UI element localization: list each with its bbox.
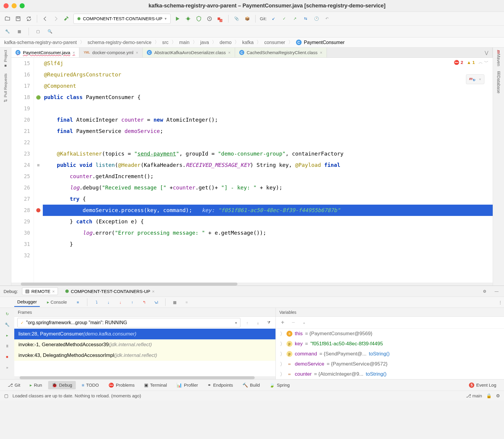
step-out-icon[interactable]: ↑ <box>128 298 136 306</box>
open-icon[interactable] <box>4 15 11 23</box>
more-icon[interactable]: » <box>3 363 11 371</box>
stack-frame[interactable]: listen:28, PaymentConsumer (demo.kafka.c… <box>14 329 275 339</box>
run-to-cursor-icon[interactable]: ↘I <box>152 298 160 306</box>
step-over-icon[interactable]: ⤵ <box>93 298 100 306</box>
rerun-icon[interactable]: ↻ <box>3 310 11 318</box>
wrench-icon[interactable]: 🔧 <box>4 28 11 35</box>
close-icon[interactable]: × <box>320 50 322 55</box>
crumb[interactable]: consumer <box>264 40 285 45</box>
quick-list-icon[interactable]: ▢ <box>4 393 8 399</box>
save-icon[interactable] <box>14 15 22 23</box>
todo-tab[interactable]: ≡TODO <box>78 381 103 389</box>
force-step-into-icon[interactable]: ↓ <box>116 298 124 306</box>
new-watch-icon[interactable]: + <box>279 319 286 327</box>
editor-tab[interactable]: YMLdocker-compose.yml× <box>79 48 143 57</box>
crumb[interactable]: schema-registry-demo-service <box>88 40 152 45</box>
build-tab[interactable]: 🔨Build <box>239 381 263 389</box>
modify-icon[interactable]: 🔧 <box>3 320 11 329</box>
drop-frame-icon[interactable]: ↰ <box>140 298 148 306</box>
more-icon[interactable]: ⋮ <box>496 298 504 306</box>
crumb[interactable]: demo <box>220 40 231 45</box>
close-icon[interactable]: × <box>136 50 138 55</box>
editor-tab[interactable]: CAbstractKafkaAvroDeserializer.class× <box>143 48 235 57</box>
crumb[interactable]: PaymentConsumer <box>304 40 345 45</box>
step-into-icon[interactable]: ↓ <box>105 298 112 306</box>
resume-icon[interactable]: ▸ <box>3 331 11 339</box>
forward-icon[interactable] <box>52 15 60 23</box>
stop-icon[interactable]: 2 <box>216 15 224 23</box>
close-icon[interactable]: × <box>228 50 231 55</box>
threads-icon[interactable]: ≡ <box>74 298 82 306</box>
editor-tab[interactable]: CPaymentConsumer.java× <box>11 48 79 57</box>
undo-icon[interactable]: ↶ <box>323 15 331 23</box>
history-icon[interactable]: 🕐 <box>313 15 320 23</box>
indent-icon[interactable]: ⚙ <box>496 393 500 399</box>
debug-session-tab[interactable]: ⬢COMPONENT-TEST-CONTAINERS-UP× <box>62 288 158 295</box>
pause-icon[interactable]: ⏸ <box>3 342 11 350</box>
prev-frame-icon[interactable]: ↑ <box>243 319 251 327</box>
attach-icon[interactable]: 📎 <box>233 15 240 23</box>
run-tab[interactable]: ▸Run <box>26 381 46 389</box>
git-tab[interactable]: ⎇Git <box>4 381 24 389</box>
git-push-icon[interactable]: ↗ <box>291 15 299 23</box>
run-icon[interactable] <box>174 15 181 23</box>
thread-selector[interactable]: ✓ "org.springframework...group "main": R… <box>17 318 240 327</box>
breakpoint-icon[interactable] <box>34 205 43 216</box>
debug-session-tab[interactable]: ▤REMOTE× <box>22 287 58 295</box>
crumb[interactable]: main <box>179 40 190 45</box>
trace-icon[interactable]: ≡ <box>183 298 190 306</box>
up-icon[interactable]: ▴ <box>300 319 308 327</box>
editor-tab[interactable]: CCachedSchemaRegistryClient.class× <box>235 48 327 57</box>
debug-icon[interactable] <box>184 15 192 23</box>
git-branch[interactable]: ⎇ main <box>466 393 482 399</box>
crumb[interactable]: java <box>200 40 209 45</box>
variable-row[interactable]: 〉∞counter = {AtomicInteger@9... toString… <box>276 369 504 379</box>
inspection-badge[interactable]: ⛔ 2 ▲ 1 ︿ ﹀ <box>454 59 489 65</box>
tab-overflow[interactable]: ⋁ <box>481 48 493 57</box>
profiler-tab[interactable]: 📊Profiler <box>173 381 202 389</box>
crumb[interactable]: src <box>162 40 168 45</box>
variable-row[interactable]: 〉∞demoService = {PaymentService@9572} <box>276 359 504 369</box>
stack-frame[interactable]: invoke:43, DelegatingMethodAccessorImpl … <box>14 350 275 361</box>
endpoints-tab[interactable]: ⚭Endpoints <box>204 381 237 389</box>
close-icon[interactable]: × <box>73 50 75 55</box>
run-config-selector[interactable]: ⬢ COMPONENT-TEST-CONTAINERS-UP ▾ <box>73 14 171 24</box>
event-log-tab[interactable]: 5Event Log <box>465 381 500 389</box>
terminal-tab[interactable]: ▣Terminal <box>141 381 171 389</box>
problems-tab[interactable]: ⛔Problems <box>105 381 138 389</box>
maven-reimport-popup[interactable]: m↻ × <box>466 74 484 84</box>
back-icon[interactable] <box>41 15 49 23</box>
console-tab[interactable]: ▸ Console <box>44 298 70 307</box>
remove-watch-icon[interactable]: − <box>289 319 297 327</box>
git-compare-icon[interactable]: ⇆ <box>302 15 310 23</box>
spring-tab[interactable]: 🍃Spring <box>266 381 293 389</box>
evaluate-icon[interactable]: ▦ <box>171 298 179 306</box>
coverage-icon[interactable] <box>195 15 203 23</box>
stop-icon[interactable]: ■ <box>3 352 11 361</box>
maven-tool[interactable]: mMaven <box>496 50 501 66</box>
profile-icon[interactable] <box>206 15 213 23</box>
variable-row[interactable]: 〉pcommand = {SendPayment@... toString() <box>276 349 504 359</box>
variable-row[interactable]: 〉≡this = {PaymentConsumer@9569} <box>276 329 504 339</box>
project-tool[interactable]: ■Project <box>3 50 8 68</box>
minimize-icon[interactable]: — <box>493 287 500 295</box>
variable-row[interactable]: 〉pkey = "f051f861-ac50-48ec-8f39-f4495 <box>276 339 504 349</box>
traffic-lights[interactable] <box>4 3 25 8</box>
services-icon[interactable]: 📦 <box>243 15 251 23</box>
presentation-icon[interactable]: ▢ <box>34 28 42 35</box>
lock-icon[interactable]: 🔒 <box>486 393 492 399</box>
debug-tab[interactable]: 🐞Debug <box>48 381 76 389</box>
override-icon[interactable]: ≣ <box>34 159 43 171</box>
stack-frame[interactable]: invoke:-1, GeneratedMethodAccessor39 (jd… <box>14 339 275 350</box>
code-area[interactable]: @Slf4j @RequiredArgsConstructor @Compone… <box>43 58 493 283</box>
project-structure-icon[interactable]: ▦ <box>15 28 23 35</box>
refresh-icon[interactable] <box>25 15 33 23</box>
pull-requests-tool[interactable]: ⇅Pull Requests <box>3 73 8 102</box>
editor[interactable]: 151617 181920 212223 242526 272829 30313… <box>11 58 493 283</box>
crumb[interactable]: kafka <box>242 40 253 45</box>
crumb[interactable]: kafka-schema-registry-avro-parent <box>4 40 77 45</box>
next-frame-icon[interactable]: ↓ <box>254 319 262 327</box>
frames-scrollbar[interactable] <box>14 376 275 379</box>
database-tool[interactable]: 🗄Database <box>496 71 501 93</box>
hammer-icon[interactable] <box>63 15 70 23</box>
